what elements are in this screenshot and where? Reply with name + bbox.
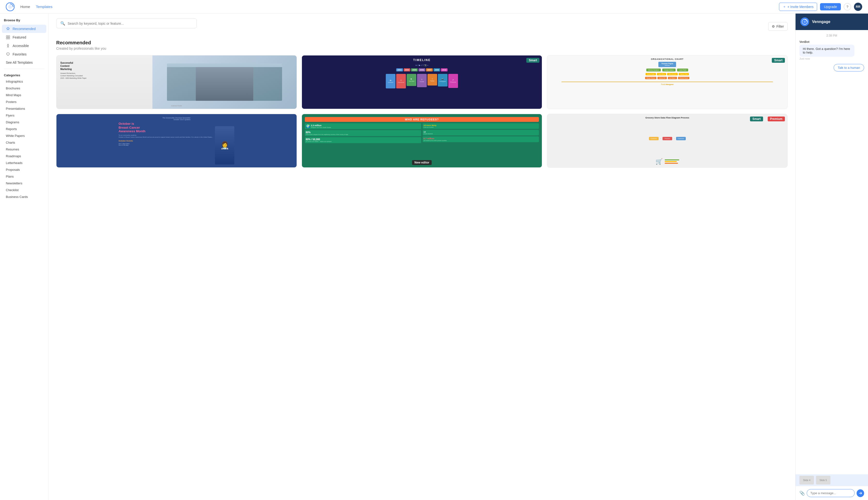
premium-badge-grocery: Premium (768, 116, 785, 121)
svg-rect-3 (8, 36, 10, 37)
upgrade-button[interactable]: Upgrade (820, 3, 841, 10)
search-input[interactable] (68, 22, 193, 25)
header: Home Templates ＋ + Invite Members Upgrad… (0, 0, 868, 14)
plus-icon: ＋ (783, 4, 786, 9)
svg-rect-5 (8, 37, 10, 39)
grid-icon (6, 35, 10, 39)
sidebar-item-recommended[interactable]: Recommended (2, 25, 46, 33)
chat-timestamp: 2:38 PM (799, 34, 864, 37)
chat-send-button[interactable] (857, 489, 864, 497)
sidebar-cat-mind-maps[interactable]: Mind Maps (2, 92, 46, 98)
star-icon (6, 27, 10, 31)
categories-title: Categories (0, 71, 48, 78)
sidebar-cat-plans[interactable]: Plans (2, 173, 46, 180)
svg-rect-2 (6, 36, 8, 37)
nav-templates[interactable]: Templates (36, 4, 52, 9)
chat-panel: Venngage 2:38 PM VenBot Hi there. Got a … (795, 14, 868, 500)
nav: Home Templates (20, 4, 52, 9)
template-card-timeline[interactable]: Smart TIMELINE in f ▶ t T 📷 ▪ (302, 55, 542, 109)
sidebar-item-accessible[interactable]: Accessible (2, 42, 46, 50)
sidebar-cat-flyers[interactable]: Flyers (2, 112, 46, 119)
sidebar-cat-white-papers[interactable]: White Papers (2, 133, 46, 139)
template-card-refugees[interactable]: New editor WHO ARE REFUGEES? 🌍 2.3 milli… (302, 114, 542, 168)
talk-to-human-button[interactable]: Talk to a human (834, 64, 864, 71)
browse-by-title: Browse By (0, 19, 48, 24)
template-grid: SuccessfulContentMarketing Howard Richar… (56, 55, 788, 168)
filter-icon: ⚙ (772, 24, 775, 29)
sidebar-divider (4, 69, 44, 69)
template-card-breast-cancer[interactable]: The Greensville Chronicle NewsletterOcto… (56, 114, 297, 168)
sidebar-cat-presentations[interactable]: Presentations (2, 105, 46, 112)
accessible-icon (6, 44, 10, 48)
template-card-content-marketing[interactable]: SuccessfulContentMarketing Howard Richar… (56, 55, 297, 109)
sidebar: Browse By Recommended Featured (0, 14, 48, 500)
help-button[interactable]: ? (844, 3, 851, 10)
new-editor-badge: New editor (412, 160, 431, 165)
invite-members-button[interactable]: ＋ + Invite Members (779, 3, 818, 11)
sidebar-cat-business-cards[interactable]: Business Cards (2, 194, 46, 200)
layout: Browse By Recommended Featured (0, 14, 868, 500)
smart-badge-org: Smart (772, 58, 785, 63)
sidebar-cat-resumes[interactable]: Resumes (2, 146, 46, 152)
sidebar-item-favorites[interactable]: Favorites (2, 50, 46, 58)
sidebar-cat-reports[interactable]: Reports (2, 126, 46, 132)
chat-message-time: Just now (799, 57, 864, 60)
sidebar-cat-infographics[interactable]: Infographics (2, 78, 46, 85)
chat-body: 2:38 PM VenBot Hi there. Got a question?… (796, 30, 868, 474)
smart-badge-grocery: Smart (750, 116, 763, 121)
svg-rect-4 (6, 37, 8, 39)
svg-point-1 (8, 5, 12, 9)
search-bar: 🔍 (56, 19, 197, 29)
sidebar-cat-roadmaps[interactable]: Roadmaps (2, 153, 46, 159)
sidebar-cat-letterheads[interactable]: Letterheads (2, 160, 46, 166)
chat-title: Venngage (812, 20, 831, 24)
sidebar-featured-label: Featured (13, 35, 26, 39)
heart-icon (6, 52, 10, 56)
avatar[interactable]: RR (854, 3, 862, 11)
slide-thumb-4[interactable]: Slide 4 (799, 476, 814, 485)
nav-home[interactable]: Home (20, 4, 30, 9)
section-subtitle: Created by professionals like you (56, 46, 788, 50)
section-title: Recommended (56, 40, 788, 46)
sidebar-cat-proposals[interactable]: Proposals (2, 167, 46, 173)
sidebar-cat-posters[interactable]: Posters (2, 99, 46, 105)
search-row: 🔍 ⚙ Filter (56, 19, 788, 34)
smart-badge-timeline: Smart (526, 58, 539, 63)
sidebar-cat-charts[interactable]: Charts (2, 139, 46, 146)
sidebar-favorites-label: Favorites (13, 52, 27, 56)
template-card-grocery-flow[interactable]: Smart Premium Grocery Store Data Flow Di… (547, 114, 788, 168)
sidebar-cat-brochures[interactable]: Brochures (2, 85, 46, 92)
sidebar-cat-diagrams[interactable]: Diagrams (2, 119, 46, 125)
svg-point-6 (8, 44, 9, 45)
search-icon: 🔍 (60, 21, 65, 26)
sidebar-item-featured[interactable]: Featured (2, 33, 46, 42)
logo-icon[interactable] (6, 2, 14, 11)
sidebar-cat-checklist[interactable]: Checklist (2, 187, 46, 193)
slide-thumb-5[interactable]: Slide 5 (816, 476, 831, 485)
chat-header: Venngage (796, 14, 868, 30)
chat-footer: 📎 (796, 486, 868, 500)
chat-bottom-bar: Slide 4 Slide 5 (796, 474, 868, 486)
chat-message-bubble: Hi there. Got a question? I'm here to he… (799, 45, 854, 57)
sidebar-accessible-label: Accessible (13, 44, 29, 48)
sidebar-item-see-all[interactable]: See All Templates (2, 59, 46, 66)
main-content: 🔍 ⚙ Filter Recommended Created by profes… (48, 14, 795, 500)
chat-input[interactable] (807, 489, 855, 497)
venngage-chat-logo (800, 18, 809, 26)
header-actions: ＋ + Invite Members Upgrade ? RR (779, 3, 862, 11)
filter-button[interactable]: ⚙ Filter (768, 22, 788, 31)
sidebar-recommended-label: Recommended (13, 27, 36, 31)
chat-bot-message: VenBot Hi there. Got a question? I'm her… (799, 40, 864, 60)
sidebar-cat-newsletters[interactable]: Newsletters (2, 180, 46, 186)
chat-bot-name: VenBot (799, 40, 864, 44)
template-card-org-chart[interactable]: Smart ORGANIZATIONAL CHART Thomas PayneD… (547, 55, 788, 109)
svg-point-8 (803, 21, 806, 23)
sidebar-see-all-label: See All Templates (6, 60, 33, 65)
attach-icon[interactable]: 📎 (799, 490, 805, 496)
